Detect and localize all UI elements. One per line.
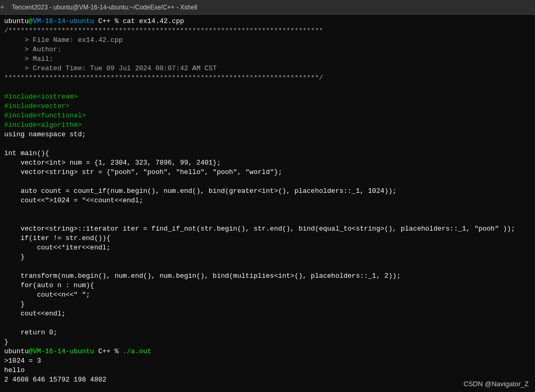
count-text: auto count = count_if(num.begin(), num.e… [4,187,397,195]
include-2: #include<vector> [4,102,531,111]
title-bar-text: Tencent2023 - ubuntu@VM-16-14-ubuntu:~/C… [12,4,197,11]
iter-text: vector<string>::iterator iter = find_if_… [4,225,515,233]
cout-n-text: cout<<n<<" "; [4,291,90,299]
prompt-host-1: VM-16-14-ubuntu [33,17,94,25]
comment-line-1: /***************************************… [4,26,531,36]
main-close-line: } [4,337,531,347]
prompt-at-1: @ [29,17,33,25]
for-line: for(auto n : num){ [4,281,531,290]
using-text: using namespace std; [4,130,86,138]
blank-6 [4,262,531,271]
prompt-cmd-1: C++ % [94,17,123,25]
cout-iter-text: cout<<*iter<<endl; [4,244,111,252]
cout-n-line: cout<<n<<" "; [4,290,531,300]
comment-line-3: > Author: [4,45,531,55]
output-line-3: 2 4608 646 15792 198 4802 [4,375,531,385]
using-line: using namespace std; [4,130,531,139]
for-close-text: } [4,300,25,308]
prompt-at-2: @ [29,347,33,355]
transform-text: transform(num.begin(), num.end(), num.be… [4,272,401,280]
cout-count-text: cout<<">1024 = "<<count<<endl; [4,197,143,204]
include-text-1: #include<iostream> [4,93,78,101]
prompt-host-2: VM-16-14-ubuntu [33,347,94,355]
main-close-text: } [4,338,8,346]
blank-1 [4,83,531,92]
terminal: ubuntu@VM-16-14-ubuntu C++ % cat ex14.42… [0,15,535,392]
include-text-2: #include<vector> [4,102,70,110]
transform-line: transform(num.begin(), num.end(), num.be… [4,271,531,281]
prompt-user-2: ubuntu [4,347,29,355]
if-close-text: } [4,253,25,261]
comment-line-5: > Created Time: Tue 09 Jul 2024 08:07:42… [4,64,531,73]
count-line: auto count = count_if(num.begin(), num.e… [4,187,531,196]
blank-4 [4,205,531,215]
cout-endl-line: cout<<endl; [4,309,531,319]
comment-line-4: > Mail: [4,55,531,64]
cout-count-line: cout<<">1024 = "<<count<<endl; [4,196,531,205]
main-text: int main(){ [4,149,49,157]
for-close-line: } [4,300,531,309]
blank-5 [4,215,531,224]
if-close-line: } [4,253,531,262]
blank-2 [4,139,531,149]
prompt-user-1: ubuntu [4,17,29,25]
output-line-1: >1024 = 3 [4,356,531,366]
vector-str-text: vector<string> str = {"pooh", "pooh", "h… [4,168,282,176]
include-1: #include<iostream> [4,92,531,102]
if-text: if(iter != str.end()){ [4,234,111,242]
title-bar: + Tencent2023 - ubuntu@VM-16-14-ubuntu:~… [0,0,535,15]
cout-endl-text: cout<<endl; [4,310,65,318]
return-text: return 0; [4,329,57,336]
return-line: return 0; [4,328,531,337]
prompt-cmd-2: C++ % [94,347,123,355]
watermark: CSDN @Navigator_Z [464,380,529,388]
prompt-line-1: ubuntu@VM-16-14-ubuntu C++ % cat ex14.42… [4,17,531,26]
blank-7 [4,319,531,328]
if-line: if(iter != str.end()){ [4,234,531,243]
comment-line-6: ****************************************… [4,73,531,83]
main-line: int main(){ [4,149,531,158]
blank-3 [4,177,531,187]
output-line-2: hello [4,366,531,375]
cout-iter-line: cout<<*iter<<endl; [4,243,531,253]
include-4: #include<algorithm> [4,121,531,130]
cmd-text-1: cat ex14.42.cpp [123,17,184,25]
tab-icon: + [0,3,4,12]
iter-line: vector<string>::iterator iter = find_if_… [4,224,531,234]
vector-int-line: vector<int> num = {1, 2304, 323, 7896, 9… [4,158,531,168]
vector-str-line: vector<string> str = {"pooh", "pooh", "h… [4,168,531,177]
cmd-text-2: ./a.out [123,347,151,355]
comment-line-2: > File Name: ex14.42.cpp [4,36,531,45]
include-text-3: #include<functional> [4,112,86,119]
for-text: for(auto n : num){ [4,281,94,289]
include-3: #include<functional> [4,111,531,121]
include-text-4: #include<algorithm> [4,121,82,129]
vector-int-text: vector<int> num = {1, 2304, 323, 7896, 9… [4,159,221,167]
prompt-line-2: ubuntu@VM-16-14-ubuntu C++ % ./a.out [4,347,531,356]
